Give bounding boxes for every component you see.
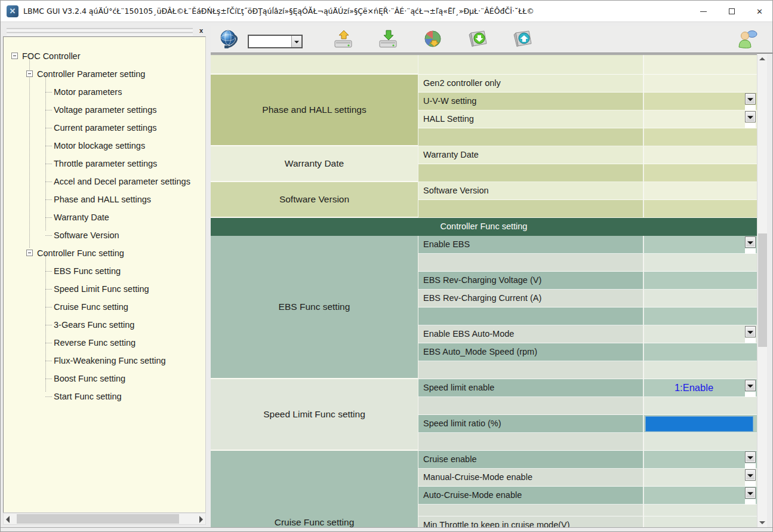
tree-item-current-parameters[interactable]: Current parameter settings [54, 121, 156, 134]
param-label: Manual-Cruise-Mode enable [418, 469, 643, 487]
tree-item-phase-hall[interactable]: Phase and HALL settings [54, 193, 151, 206]
param-value-cell[interactable] [643, 343, 757, 361]
param-value-cell[interactable] [643, 93, 757, 110]
param-value-cell[interactable] [643, 164, 757, 182]
table-row [418, 55, 757, 75]
param-value-cell[interactable] [643, 451, 757, 469]
device-download-icon[interactable] [378, 29, 399, 50]
tree-item-boost-func[interactable]: Boost Func setting [54, 372, 125, 385]
tree-item-speed-limit-func[interactable]: Speed Limit Func setting [54, 282, 149, 296]
user-message-icon[interactable] [736, 29, 757, 50]
dropdown-button[interactable] [745, 451, 756, 463]
tree-item-3gears-func[interactable]: 3-Gears Func setting [54, 318, 134, 331]
tree-item-motor-parameters[interactable]: Motor parameters [54, 85, 122, 99]
category-cell-cruise: Cruise Func setting [211, 451, 418, 527]
param-value-cell[interactable] [643, 433, 757, 451]
param-value-cell[interactable] [643, 325, 757, 343]
scrollbar-thumb[interactable] [17, 514, 179, 524]
tree-collapse-icon[interactable] [26, 70, 33, 77]
param-value-enabled[interactable]: 1:Enable [643, 379, 757, 397]
tree-item-accel-decel[interactable]: Accel and Decel parameter settings [54, 175, 190, 188]
dropdown-button[interactable] [745, 487, 756, 499]
table-row [418, 505, 757, 516]
combo-input[interactable] [249, 36, 291, 47]
tree-item-software-version[interactable]: Software Version [54, 229, 119, 242]
dropdown-button[interactable] [745, 326, 756, 337]
tree-guide [29, 54, 30, 248]
tree-group-func-setting[interactable]: Controller Func setting [37, 247, 124, 260]
close-button[interactable]: ✕ [746, 1, 773, 22]
dropdown-button[interactable] [745, 111, 756, 122]
tree-stub [45, 271, 52, 272]
param-value-cell[interactable] [643, 254, 757, 272]
scrollbar-thumb[interactable] [758, 233, 767, 347]
dropdown-button[interactable] [745, 380, 756, 391]
tree-horizontal-scrollbar[interactable] [3, 513, 206, 525]
toolbar [211, 26, 773, 54]
param-value-cell[interactable] [643, 110, 757, 128]
pane-close-icon[interactable]: x [196, 26, 206, 35]
table-row: Software Version [418, 182, 757, 200]
tree-item-throttle-parameters[interactable]: Throttle parameter settings [54, 157, 157, 170]
table-row [418, 164, 757, 182]
chevron-down-icon [747, 492, 753, 495]
param-value-cell[interactable] [643, 200, 757, 218]
tree-item-ebs-func[interactable]: EBS Func setting [54, 265, 121, 278]
param-value-cell[interactable] [643, 307, 757, 325]
param-value-cell[interactable] [643, 128, 757, 146]
param-value-cell[interactable] [643, 469, 757, 487]
scroll-right-icon[interactable] [199, 516, 203, 523]
minimize-button[interactable] [689, 1, 717, 22]
dropdown-button[interactable] [745, 236, 756, 248]
param-label: Cruise enable [418, 451, 643, 469]
color-config-icon[interactable] [423, 29, 444, 50]
param-value-cell[interactable] [643, 236, 757, 254]
table-vertical-scrollbar[interactable] [757, 54, 767, 527]
tree-collapse-icon[interactable] [11, 53, 18, 59]
toolbar-combobox[interactable] [248, 35, 303, 48]
tree-item-reverse-func[interactable]: Reverse Func setting [54, 336, 135, 349]
param-value-cell[interactable] [643, 361, 757, 379]
tree-item-voltage-parameters[interactable]: Voltage parameter settings [54, 103, 157, 116]
disk-download-icon[interactable] [467, 29, 489, 50]
speed-limit-ratio-input[interactable] [645, 416, 753, 432]
table-row: Gen2 controller only [418, 75, 757, 93]
maximize-button[interactable] [717, 1, 746, 22]
tree-item-warranty-date[interactable]: Warranty Date [54, 211, 109, 224]
tree-collapse-icon[interactable] [26, 250, 33, 256]
tree-item-start-func[interactable]: Start Func setting [54, 390, 122, 403]
pane-gripper[interactable] [7, 28, 193, 34]
dropdown-button[interactable] [745, 93, 756, 104]
tree-stub [45, 361, 52, 361]
param-value-cell[interactable] [643, 397, 757, 415]
param-value-cell[interactable] [643, 146, 757, 164]
param-value-cell[interactable] [643, 290, 757, 307]
connect-icon[interactable] [219, 29, 241, 50]
param-value-cell[interactable] [643, 75, 757, 93]
parameter-tree: FOC Controller Controller Parameter sett… [3, 36, 206, 513]
minimize-icon [700, 11, 707, 12]
param-value-cell[interactable] [643, 505, 757, 516]
param-value-cell[interactable] [643, 182, 757, 200]
param-label: Gen2 controller only [418, 75, 643, 93]
scroll-down-icon[interactable] [759, 521, 765, 524]
chevron-down-icon [747, 474, 753, 477]
dropdown-button[interactable] [745, 469, 756, 481]
param-value-cell[interactable] [643, 272, 757, 290]
param-value-cell[interactable] [643, 487, 757, 505]
tree-item-motor-blockage[interactable]: Motor blockage settings [54, 139, 145, 152]
table-row: Enable EBS Auto-Mode [418, 325, 757, 343]
disk-upload-icon[interactable] [512, 29, 534, 50]
tree-item-flux-weakening-func[interactable]: Flux-Weakening Func setting [54, 354, 166, 367]
scroll-left-icon[interactable] [6, 516, 10, 523]
param-value-cell[interactable] [643, 516, 757, 527]
device-upload-icon[interactable] [333, 29, 355, 50]
tree-pane: x FOC Controller Controller Parameter se… [2, 24, 208, 527]
tree-stub [45, 128, 52, 128]
tree-root[interactable]: FOC Controller [22, 50, 81, 63]
param-value-cell[interactable] [643, 55, 757, 75]
combo-dropdown-button[interactable] [291, 36, 301, 47]
tree-item-cruise-func[interactable]: Cruise Func setting [54, 300, 128, 313]
tree-group-parameter-setting[interactable]: Controller Parameter setting [37, 67, 145, 81]
scroll-up-icon[interactable] [759, 57, 765, 60]
